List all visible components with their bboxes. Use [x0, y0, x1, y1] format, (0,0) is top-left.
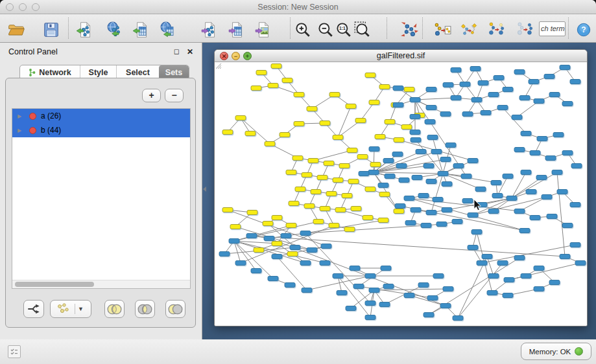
memory-ok-icon: [575, 347, 583, 356]
network-from-selection-button[interactable]: [486, 20, 508, 40]
resize-grip-icon[interactable]: [215, 62, 586, 325]
status-bar: Memory: OK: [0, 339, 596, 364]
tab-label: Network: [39, 68, 71, 77]
control-panel-title: Control Panel: [8, 47, 58, 56]
help-icon: ?: [576, 22, 591, 38]
export-image-icon: [254, 21, 272, 39]
sets-panel: + − ▶a (26)▶b (44): [5, 78, 196, 328]
set-label: b (44): [41, 126, 61, 135]
network-from-selection-file-button[interactable]: [431, 20, 453, 40]
venn-intersection-icon: [136, 303, 154, 315]
zoom-fit-icon: [353, 21, 372, 39]
toolbar-separator: [68, 17, 69, 39]
set-color-icon: [29, 113, 36, 120]
network-glyph-icon: [55, 302, 72, 315]
difference-sets-button[interactable]: [165, 300, 185, 318]
export-network-icon: [200, 21, 219, 39]
tab-label: Sets: [165, 68, 182, 77]
export-network-button[interactable]: [198, 20, 221, 40]
import-table-url-icon: [160, 21, 178, 39]
tab-label: Select: [126, 68, 150, 77]
venn-union-icon: [106, 303, 123, 315]
open-session-button[interactable]: [5, 20, 27, 40]
close-panel-icon[interactable]: ✕: [187, 47, 193, 56]
zoom-in-icon: [294, 21, 312, 39]
memory-status-button[interactable]: Memory: OK: [521, 343, 591, 360]
horizontal-scrollbar[interactable]: [12, 280, 190, 288]
window-titlebar[interactable]: Session: New Session: [0, 0, 596, 14]
sets-list: ▶a (26)▶b (44): [12, 108, 191, 289]
network-from-selection-icon: [488, 21, 506, 39]
toolbar-separator: [422, 17, 423, 39]
export-table-icon: [228, 21, 246, 39]
scrollbar-thumb[interactable]: [15, 282, 94, 287]
task-list-icon: [10, 347, 19, 356]
window-title: Session: New Session: [0, 0, 596, 14]
save-session-icon: [42, 21, 60, 39]
save-session-button[interactable]: [40, 20, 62, 40]
expand-caret-icon[interactable]: ▶: [18, 113, 24, 119]
network-from-all-icon: [516, 21, 534, 39]
toolbar: 1:1 ch term ?: [0, 14, 596, 43]
import-table-url-button[interactable]: [158, 20, 180, 40]
zoom-out-icon: [316, 21, 335, 39]
sets-rows: ▶a (26)▶b (44): [12, 109, 190, 137]
set-color-icon: [29, 127, 36, 134]
set-list-item[interactable]: ▶a (26): [12, 109, 190, 123]
network-frame-titlebar[interactable]: ✕ − + galFiltered.sif: [215, 50, 587, 62]
apply-layout-icon: [400, 21, 418, 39]
task-history-button[interactable]: [8, 345, 21, 358]
dropdown-caret-icon[interactable]: ▼: [75, 304, 86, 314]
app-window: Session: New Session 1:1 ch term ? Contr…: [0, 0, 596, 364]
import-network-url-button[interactable]: [104, 20, 126, 40]
split-set-button[interactable]: [23, 300, 44, 318]
zoom-actual-icon: 1:1: [335, 21, 353, 39]
collapse-splitter-icon[interactable]: [203, 187, 206, 192]
open-session-icon: [7, 21, 25, 39]
search-input[interactable]: ch term: [539, 21, 566, 36]
network-desktop: ✕ − + galFiltered.sif: [202, 43, 596, 339]
network-from-all-button[interactable]: [514, 20, 536, 40]
toolbar-separator: [387, 17, 387, 39]
import-table-file-button[interactable]: [130, 20, 152, 40]
import-table-file-icon: [132, 21, 150, 39]
first-neighbors-button[interactable]: [458, 20, 480, 40]
create-set-combo-button[interactable]: ▼: [50, 300, 91, 318]
union-sets-button[interactable]: [104, 300, 125, 318]
control-panel: Control Panel ◻ ✕ NetworkStyleSelectSets…: [0, 43, 202, 339]
export-table-button[interactable]: [226, 20, 248, 40]
zoom-fit-button[interactable]: [352, 20, 374, 40]
import-network-file-icon: [76, 21, 94, 39]
export-image-button[interactable]: [252, 20, 274, 40]
first-neighbors-icon: [460, 21, 478, 39]
help-button[interactable]: ?: [576, 22, 591, 38]
expand-caret-icon[interactable]: ▶: [18, 128, 24, 133]
svg-text:?: ?: [581, 25, 586, 34]
add-set-button[interactable]: +: [142, 89, 161, 102]
network-from-selection-file-icon: [433, 21, 451, 39]
network-frame: ✕ − + galFiltered.sif: [214, 49, 588, 326]
float-panel-icon[interactable]: ◻: [174, 47, 180, 56]
tab-label: Style: [89, 68, 108, 77]
import-network-url-icon: [106, 21, 125, 39]
remove-set-button[interactable]: −: [165, 89, 184, 102]
svg-text:1:1: 1:1: [339, 26, 346, 30]
network-frame-title: galFiltered.sif: [215, 50, 587, 62]
set-list-item[interactable]: ▶b (44): [12, 123, 190, 137]
memory-status-label: Memory: OK: [529, 348, 571, 356]
venn-difference-icon: [167, 303, 184, 315]
zoom-in-button[interactable]: [292, 20, 314, 40]
set-label: a (26): [41, 111, 61, 120]
import-network-file-button[interactable]: [74, 20, 96, 40]
network-tree-icon: [29, 68, 36, 77]
toolbar-separator: [290, 17, 291, 39]
intersect-sets-button[interactable]: [135, 300, 155, 318]
apply-layout-button[interactable]: [398, 20, 420, 40]
split-icon: [27, 302, 41, 316]
toolbar-separator: [568, 17, 569, 39]
